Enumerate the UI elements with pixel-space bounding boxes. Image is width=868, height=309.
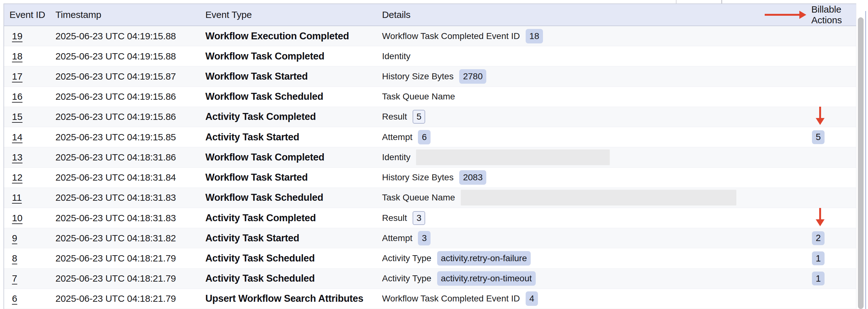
detail-label: Task Queue Name: [382, 92, 455, 102]
event-type-text: Workflow Task Completed: [205, 51, 324, 62]
column-header-timestamp[interactable]: Timestamp: [56, 9, 205, 20]
red-arrow-right-icon: [765, 11, 806, 19]
table-row[interactable]: 7 2025-06-23 UTC 04:18:21.79 Activity Ta…: [4, 269, 856, 289]
details-cell: Workflow Task Completed Event ID 4: [382, 291, 765, 306]
timestamp-cell: 2025-06-23 UTC 04:18:21.79: [56, 293, 205, 304]
table-row[interactable]: 10 2025-06-23 UTC 04:18:31.83 Activity T…: [4, 208, 856, 228]
table-row[interactable]: 9 2025-06-23 UTC 04:18:31.82 Activity Ta…: [4, 228, 856, 248]
table-row[interactable]: 6 2025-06-23 UTC 04:18:21.79 Upsert Work…: [4, 289, 856, 309]
timestamp-text: 2025-06-23 UTC 04:19:15.86: [56, 111, 176, 122]
event-id-cell: 15: [9, 111, 56, 122]
timestamp-cell: 2025-06-23 UTC 04:19:15.86: [56, 91, 205, 102]
event-type-cell: Activity Task Completed: [205, 212, 382, 224]
column-header-event-type[interactable]: Event Type: [205, 9, 382, 20]
details-cell: Activity Type activity.retry-on-timeout: [382, 271, 765, 286]
detail-value-badge: 6: [418, 130, 431, 144]
event-id-link[interactable]: 13: [12, 152, 22, 162]
column-header-details: Details: [382, 9, 765, 20]
timestamp-text: 2025-06-23 UTC 04:18:31.86: [56, 152, 176, 162]
event-type-text: Workflow Task Scheduled: [205, 192, 323, 203]
billable-actions-cell: [765, 108, 856, 126]
timestamp-text: 2025-06-23 UTC 04:19:15.88: [56, 31, 176, 41]
event-type-cell: Workflow Task Started: [205, 172, 382, 183]
timestamp-text: 2025-06-23 UTC 04:18:31.82: [56, 233, 176, 243]
event-type-cell: Upsert Workflow Search Attributes: [205, 293, 382, 304]
event-type-text: Workflow Task Scheduled: [205, 91, 323, 102]
event-id-link[interactable]: 15: [12, 111, 22, 122]
detail-value-badge: 4: [526, 291, 538, 306]
table-row[interactable]: 17 2025-06-23 UTC 04:19:15.87 Workflow T…: [4, 66, 856, 87]
event-type-cell: Activity Task Started: [205, 132, 382, 143]
table-row[interactable]: 12 2025-06-23 UTC 04:18:31.84 Workflow T…: [4, 168, 856, 188]
event-id-cell: 13: [9, 152, 56, 163]
column-header-billable-label: Billable Actions: [811, 4, 852, 26]
detail-label: Result: [382, 112, 407, 122]
event-id-link[interactable]: 12: [12, 172, 22, 182]
event-type-cell: Activity Task Scheduled: [205, 253, 382, 264]
event-id-link[interactable]: 10: [12, 213, 22, 223]
timestamp-text: 2025-06-23 UTC 04:19:15.87: [56, 71, 176, 81]
event-id-cell: 11: [9, 192, 56, 203]
detail-label: Attempt: [382, 233, 412, 243]
table-row[interactable]: 11 2025-06-23 UTC 04:18:31.83 Workflow T…: [4, 188, 856, 208]
event-type-cell: Activity Task Scheduled: [205, 273, 382, 284]
table-row[interactable]: 19 2025-06-23 UTC 04:19:15.88 Workflow E…: [4, 26, 856, 46]
event-id-link[interactable]: 6: [12, 293, 17, 304]
timestamp-cell: 2025-06-23 UTC 04:19:15.85: [56, 132, 205, 142]
timestamp-text: 2025-06-23 UTC 04:19:15.85: [56, 132, 176, 142]
event-type-text: Workflow Execution Completed: [205, 31, 349, 41]
timestamp-cell: 2025-06-23 UTC 04:19:15.88: [56, 51, 205, 62]
detail-value-badge: 3: [418, 231, 431, 245]
details-cell: Result 5: [382, 110, 765, 124]
timestamp-text: 2025-06-23 UTC 04:19:15.86: [56, 91, 176, 102]
event-type-cell: Activity Task Started: [205, 233, 382, 244]
event-type-cell: Workflow Task Completed: [205, 51, 382, 62]
event-id-link[interactable]: 19: [12, 31, 22, 41]
event-id-cell: 17: [9, 71, 56, 82]
vertical-scrollbar-thumb[interactable]: [858, 17, 864, 309]
event-id-cell: 16: [9, 91, 56, 102]
detail-value-badge: activity.retry-on-timeout: [437, 271, 536, 286]
timestamp-text: 2025-06-23 UTC 04:18:31.83: [56, 213, 176, 223]
detail-label: Identity: [382, 152, 410, 162]
detail-value-badge: 18: [526, 29, 543, 43]
detail-label: Workflow Task Completed Event ID: [382, 294, 520, 304]
detail-label: Workflow Task Completed Event ID: [382, 31, 520, 41]
table-row[interactable]: 15 2025-06-23 UTC 04:19:15.86 Activity T…: [4, 107, 856, 127]
detail-label: Identity: [382, 51, 410, 61]
timestamp-cell: 2025-06-23 UTC 04:18:21.79: [56, 273, 205, 284]
detail-label: History Size Bytes: [382, 71, 454, 81]
event-history-screen: Event ID Timestamp Event Type Details Bi…: [0, 0, 868, 309]
event-id-link[interactable]: 18: [12, 51, 22, 61]
event-id-cell: 6: [9, 293, 56, 304]
column-header-event-id[interactable]: Event ID: [9, 9, 56, 20]
table-row[interactable]: 18 2025-06-23 UTC 04:19:15.88 Workflow T…: [4, 46, 856, 66]
details-cell: Activity Type activity.retry-on-failure: [382, 251, 765, 266]
event-id-link[interactable]: 16: [12, 91, 22, 102]
event-id-link[interactable]: 17: [12, 71, 22, 81]
event-id-link[interactable]: 8: [12, 253, 17, 263]
event-id-cell: 19: [9, 31, 56, 41]
table-row[interactable]: 8 2025-06-23 UTC 04:18:21.79 Activity Ta…: [4, 248, 856, 268]
event-id-cell: 10: [9, 213, 56, 224]
billable-actions-badge: 1: [812, 272, 825, 285]
table-row[interactable]: 16 2025-06-23 UTC 04:19:15.86 Workflow T…: [4, 87, 856, 107]
timestamp-text: 2025-06-23 UTC 04:18:21.79: [56, 293, 176, 304]
event-id-cell: 7: [9, 273, 56, 284]
redacted-value-box: [461, 190, 736, 205]
table-row[interactable]: 14 2025-06-23 UTC 04:19:15.85 Activity T…: [4, 127, 856, 147]
event-id-link[interactable]: 14: [12, 132, 22, 142]
event-type-cell: Workflow Execution Completed: [205, 31, 382, 42]
event-history-table: Event ID Timestamp Event Type Details Bi…: [3, 3, 856, 309]
details-cell: Identity: [382, 149, 765, 165]
event-id-cell: 12: [9, 172, 56, 183]
event-id-link[interactable]: 9: [12, 233, 17, 243]
detail-value-badge: 5: [412, 110, 425, 124]
billable-actions-badge: 1: [812, 251, 825, 265]
event-id-link[interactable]: 7: [12, 273, 17, 283]
timestamp-cell: 2025-06-23 UTC 04:19:15.86: [56, 111, 205, 122]
detail-label: Activity Type: [382, 273, 432, 283]
event-id-cell: 18: [9, 51, 56, 62]
table-row[interactable]: 13 2025-06-23 UTC 04:18:31.86 Workflow T…: [4, 147, 856, 167]
event-id-link[interactable]: 11: [12, 192, 22, 203]
